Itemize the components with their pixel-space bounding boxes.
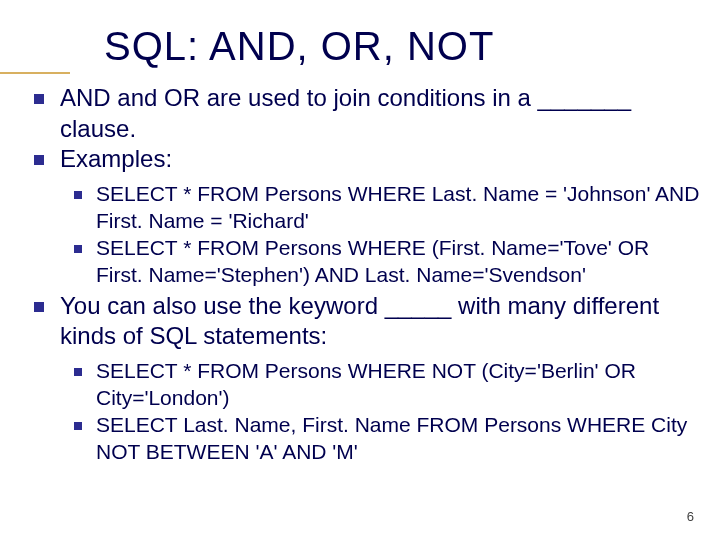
slide-title: SQL: AND, OR, NOT	[104, 24, 700, 69]
list-item: AND and OR are used to join conditions i…	[20, 83, 700, 144]
bullet-list: AND and OR are used to join conditions i…	[20, 83, 700, 466]
bullet-text: SELECT * FROM Persons WHERE Last. Name =…	[96, 182, 699, 232]
slide: SQL: AND, OR, NOT AND and OR are used to…	[0, 0, 720, 540]
bullet-text: SELECT Last. Name, First. Name FROM Pers…	[96, 413, 687, 463]
page-number: 6	[687, 509, 694, 524]
bullet-text: SELECT * FROM Persons WHERE (First. Name…	[96, 236, 649, 286]
list-item: SELECT * FROM Persons WHERE Last. Name =…	[60, 181, 700, 235]
bullet-text: AND and OR are used to join conditions i…	[60, 84, 631, 142]
bullet-text: Examples:	[60, 145, 172, 172]
title-accent-line	[0, 72, 70, 74]
bullet-text: SELECT * FROM Persons WHERE NOT (City='B…	[96, 359, 636, 409]
list-item: Examples: SELECT * FROM Persons WHERE La…	[20, 144, 700, 288]
list-item: SELECT Last. Name, First. Name FROM Pers…	[60, 412, 700, 466]
sub-bullet-list: SELECT * FROM Persons WHERE Last. Name =…	[60, 181, 700, 289]
list-item: SELECT * FROM Persons WHERE NOT (City='B…	[60, 358, 700, 412]
bullet-text: You can also use the keyword _____ with …	[60, 292, 659, 350]
list-item: SELECT * FROM Persons WHERE (First. Name…	[60, 235, 700, 289]
sub-bullet-list: SELECT * FROM Persons WHERE NOT (City='B…	[60, 358, 700, 466]
list-item: You can also use the keyword _____ with …	[20, 291, 700, 466]
